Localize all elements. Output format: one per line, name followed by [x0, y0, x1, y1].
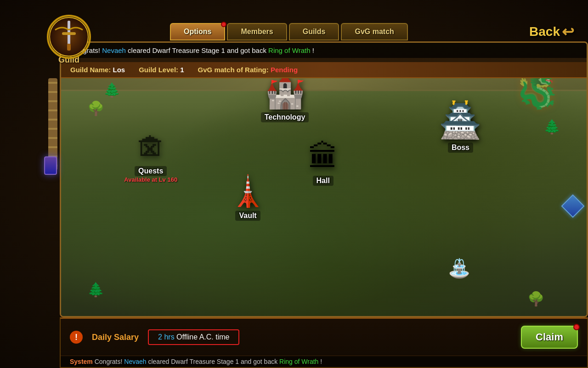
guild-emblem: [46, 14, 92, 60]
tree-1: 🌲: [103, 82, 120, 98]
offline-box: 2 hrs Offline A.C. time: [148, 329, 239, 345]
lantern: [44, 156, 57, 175]
technology-castle-icon: 🏰: [265, 73, 305, 110]
technology-label: Technology: [261, 112, 309, 122]
exclaim-icon: !: [70, 331, 83, 344]
building-technology[interactable]: 🏰 Technology: [261, 73, 309, 122]
vault-castle-icon: 🗼: [229, 174, 266, 209]
guild-icon-container: Guild: [41, 14, 96, 74]
building-boss[interactable]: 🏯 Boss: [397, 100, 524, 153]
options-notification-dot: [221, 22, 226, 27]
salary-row: ! Daily Salary 2 hrs Offline A.C. time C…: [61, 319, 587, 356]
offline-text-value: Offline A.C. time: [176, 333, 229, 341]
right-arrow-button[interactable]: [565, 198, 581, 214]
system-congrats: Congrats!: [95, 358, 124, 365]
system-label: System: [70, 358, 93, 365]
right-diamond-icon: [561, 195, 585, 218]
gvg-value: Pending: [271, 66, 298, 74]
salary-label: Daily Salary: [92, 333, 139, 342]
claim-notification-dot: [573, 324, 580, 330]
guild-map: 🐉 🌲 🌳 🌲 🌳 🌲 ⛲ 🏰 Technology 🏯 Boss 🏛 Hall…: [61, 63, 587, 316]
tab-options-label: Options: [184, 28, 211, 35]
tree-3: 🌲: [87, 282, 104, 298]
back-label: Back: [529, 24, 560, 39]
nav-bar: Options Members Guilds GvG match: [106, 23, 408, 40]
claim-button[interactable]: Claim: [521, 326, 578, 349]
guild-name-value: Los: [113, 66, 125, 74]
system-player: Nevaeh: [124, 358, 146, 365]
quests-label: Quests: [135, 166, 167, 176]
building-quests[interactable]: 🏚 Quests Available at Lv 160: [124, 132, 177, 183]
quests-sublabel: Available at Lv 160: [124, 176, 177, 183]
boss-label: Boss: [448, 143, 473, 153]
fountain: ⛲: [448, 258, 471, 279]
bottom-bar: ! Daily Salary 2 hrs Offline A.C. time C…: [60, 317, 588, 368]
ticker-middle: cleared Dwarf Treasure Stage 1 and got b…: [128, 46, 268, 54]
gvg-rating-item: GvG match of Rating: Pending: [198, 66, 298, 74]
ticker-player: Nevaeh: [102, 46, 126, 54]
quests-castle-icon: 🏚: [137, 132, 164, 164]
building-hall[interactable]: 🏛 Hall: [308, 139, 338, 186]
ticker-suffix: !: [312, 46, 314, 54]
tab-gvg[interactable]: GvG match: [341, 23, 407, 40]
gvg-label: GvG match of Rating:: [198, 66, 269, 74]
system-bar: System Congrats! Nevaeh cleared Dwarf Tr…: [61, 356, 587, 367]
ticker-item: Ring of Wrath: [268, 46, 310, 54]
back-arrow-icon: ↩: [562, 23, 574, 40]
building-vault[interactable]: 🗼 Vault: [229, 174, 266, 221]
tree-2: 🌳: [87, 100, 104, 116]
tab-guilds-label: Guilds: [303, 28, 326, 35]
tab-gvg-label: GvG match: [355, 28, 394, 35]
system-suffix: !: [320, 358, 322, 365]
guild-level-value: 1: [180, 66, 184, 74]
svg-rect-3: [62, 32, 76, 35]
hall-label: Hall: [313, 176, 334, 186]
claim-label: Claim: [536, 331, 563, 343]
offline-hrs: 2 hrs: [158, 333, 175, 341]
system-item: Ring of Wrath: [279, 358, 318, 365]
boss-castle-icon: 🏯: [439, 100, 482, 141]
tab-options[interactable]: Options: [170, 23, 225, 40]
tree-5: 🌲: [543, 119, 560, 135]
guild-level-item: Guild Level: 1: [139, 66, 184, 74]
tab-guilds[interactable]: Guilds: [289, 23, 339, 40]
hall-castle-icon: 🏛: [308, 139, 338, 174]
system-middle: cleared Dwarf Treasure Stage 1 and got b…: [148, 358, 279, 365]
guild-level-label: Guild Level:: [139, 66, 178, 74]
info-bar: Guild Name: Los Guild Level: 1 GvG match…: [61, 62, 587, 78]
vault-label: Vault: [235, 211, 260, 221]
tab-members-label: Members: [241, 28, 273, 35]
main-panel: Congrats! Nevaeh cleared Dwarf Treasure …: [60, 41, 588, 317]
tab-members[interactable]: Members: [227, 23, 287, 40]
svg-rect-4: [67, 44, 71, 51]
tree-4: 🌳: [527, 291, 544, 307]
back-button[interactable]: Back ↩: [529, 23, 574, 40]
ticker-bar: Congrats! Nevaeh cleared Dwarf Treasure …: [61, 43, 587, 58]
